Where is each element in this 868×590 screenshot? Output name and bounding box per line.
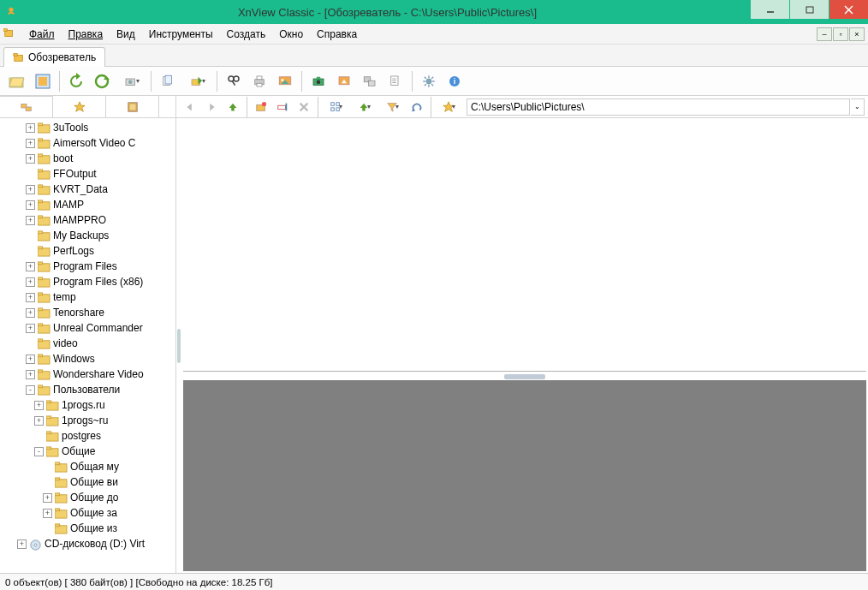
rename-button[interactable] <box>272 98 293 116</box>
tree-expand-button[interactable]: + <box>26 216 35 225</box>
new-folder-button[interactable] <box>251 98 271 116</box>
tree-item[interactable]: +Общие за <box>0 505 175 521</box>
file-list-view[interactable] <box>183 120 866 372</box>
tree-item[interactable]: My Backups <box>0 228 175 243</box>
tree-item[interactable]: +Wondershare Video <box>0 367 175 382</box>
settings-button[interactable] <box>417 69 441 93</box>
tree-expand-button[interactable]: + <box>43 509 52 518</box>
tab-browser[interactable]: Обозреватель <box>3 47 105 67</box>
print-button[interactable] <box>247 69 271 93</box>
tree-expand-button[interactable]: + <box>26 355 35 364</box>
search-button[interactable] <box>222 69 246 93</box>
tree-tab-favorites[interactable] <box>53 96 106 117</box>
tree-item[interactable]: +Unreal Commander <box>0 320 175 336</box>
move-to-button[interactable]: ▾ <box>181 69 212 93</box>
menu-create[interactable]: Создать <box>220 26 273 43</box>
svg-point-21 <box>229 76 234 81</box>
tree-expand-button[interactable]: + <box>26 308 35 318</box>
mdi-restore-button[interactable]: ▫ <box>833 27 848 41</box>
window-maximize-button[interactable] <box>790 0 829 19</box>
tree-expand-button[interactable]: + <box>26 185 35 194</box>
tree-expand-button[interactable]: + <box>26 277 35 287</box>
tree-expand-button[interactable]: + <box>26 139 35 148</box>
tree-item[interactable]: Общие из <box>0 521 175 536</box>
nav-forward-button[interactable] <box>201 98 222 116</box>
open-button[interactable] <box>5 69 29 93</box>
tree-item[interactable]: +CD-дисковод (D:) Virt <box>0 536 175 551</box>
path-dropdown-button[interactable]: ⌄ <box>851 98 865 116</box>
capture-button[interactable] <box>306 69 330 93</box>
menu-file[interactable]: Файл <box>22 26 62 43</box>
about-button[interactable]: i <box>443 69 467 93</box>
menu-view[interactable]: Вид <box>110 26 142 43</box>
tree-item[interactable]: -Общие <box>0 444 175 459</box>
window-close-button[interactable] <box>829 0 868 19</box>
tree-item[interactable]: +Windows <box>0 351 175 367</box>
path-input[interactable] <box>467 98 850 116</box>
tree-item[interactable]: video <box>0 336 175 351</box>
menu-edit[interactable]: Правка <box>62 26 110 43</box>
tree-item[interactable]: +Program Files <box>0 259 175 274</box>
window-minimize-button[interactable] <box>751 0 789 19</box>
tree-expand-button[interactable]: - <box>34 447 44 456</box>
tree-item[interactable]: -Пользователи <box>0 382 175 397</box>
refresh-recursive-button[interactable] <box>90 69 114 93</box>
menu-window[interactable]: Окно <box>272 26 310 43</box>
tree-expand-button[interactable]: + <box>26 370 35 379</box>
view-mode-button[interactable]: ▾ <box>322 98 349 116</box>
convert-button[interactable] <box>332 69 356 93</box>
mdi-close-button[interactable]: × <box>849 27 865 41</box>
tree-item[interactable]: +1progs.ru <box>0 397 175 413</box>
tree-expand-button[interactable]: + <box>43 493 52 503</box>
tree-expand-button[interactable]: + <box>17 539 27 549</box>
tree-item[interactable]: +3uTools <box>0 120 175 135</box>
tree-expand-button[interactable]: + <box>34 416 44 426</box>
tree-tab-folders[interactable] <box>0 96 53 117</box>
favorites-button[interactable]: ▾ <box>435 98 462 116</box>
svg-point-28 <box>282 79 284 81</box>
tree-expand-button[interactable]: + <box>26 154 35 164</box>
filter-button[interactable]: ▾ <box>378 98 406 116</box>
copy-to-button[interactable] <box>156 69 180 93</box>
tree-item[interactable]: Общие ви <box>0 474 175 490</box>
compare-button[interactable] <box>407 98 427 116</box>
nav-up-button[interactable] <box>223 98 243 116</box>
tree-tab-categories[interactable] <box>106 96 159 117</box>
tree-expand-button[interactable]: + <box>34 401 44 410</box>
tree-item[interactable]: +boot <box>0 151 175 166</box>
batch-rename-button[interactable] <box>358 69 382 93</box>
menu-tools[interactable]: Инструменты <box>142 26 220 43</box>
tree-item[interactable]: +Program Files (x86) <box>0 274 175 289</box>
tree-item[interactable]: +temp <box>0 289 175 305</box>
tree-item[interactable]: +Общие до <box>0 490 175 505</box>
folder-tree[interactable]: +3uTools+Aimersoft Video C+bootFFOutput+… <box>0 118 176 573</box>
tree-item[interactable]: +Tenorshare <box>0 305 175 320</box>
acquire-button[interactable]: ▾ <box>116 69 146 93</box>
tree-expand-button[interactable]: + <box>26 262 35 271</box>
nav-back-button[interactable] <box>180 98 200 116</box>
tree-expand-button[interactable]: - <box>26 385 35 395</box>
tree-item[interactable]: +MAMP <box>0 197 175 212</box>
svg-point-129 <box>34 544 37 546</box>
tree-expand-button[interactable]: + <box>26 200 35 210</box>
tree-expand-button[interactable]: + <box>26 324 35 333</box>
delete-button[interactable] <box>294 98 314 116</box>
tree-item[interactable]: +Aimersoft Video C <box>0 135 175 151</box>
tree-expand-button[interactable]: + <box>26 123 35 133</box>
slideshow-button[interactable] <box>273 69 297 93</box>
multipage-button[interactable] <box>383 69 407 93</box>
tree-item[interactable]: +1progs~ru <box>0 413 175 428</box>
mdi-minimize-button[interactable]: – <box>817 27 832 41</box>
horizontal-splitter[interactable] <box>181 373 868 380</box>
tree-item[interactable]: FFOutput <box>0 166 175 182</box>
tree-item[interactable]: +MAMPPRO <box>0 212 175 228</box>
refresh-button[interactable] <box>64 69 88 93</box>
tree-item[interactable]: postgres <box>0 428 175 444</box>
tree-item[interactable]: Общая му <box>0 459 175 474</box>
tree-item[interactable]: +KVRT_Data <box>0 182 175 197</box>
fullscreen-button[interactable] <box>31 69 55 93</box>
sort-button[interactable]: ▾ <box>350 98 378 116</box>
tree-expand-button[interactable]: + <box>26 293 35 302</box>
menu-help[interactable]: Справка <box>310 26 364 43</box>
tree-item[interactable]: PerfLogs <box>0 243 175 259</box>
